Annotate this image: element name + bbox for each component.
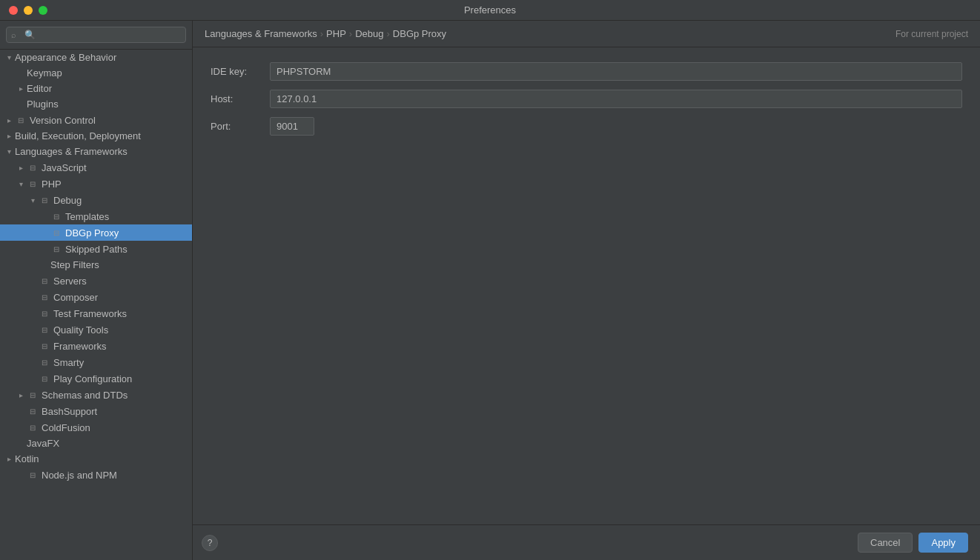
breadcrumb: Languages & Frameworks › PHP › Debug › D… <box>193 21 980 47</box>
sidebar-item-javascript[interactable]: ▸⊟JavaScript <box>0 159 192 176</box>
sidebar-item-plugins[interactable]: Plugins <box>0 96 192 112</box>
sidebar-item-servers[interactable]: ⊟Servers <box>0 273 192 289</box>
breadcrumb-sep-2: › <box>386 28 389 39</box>
host-label: Host: <box>211 93 270 104</box>
help-button[interactable]: ? <box>202 535 218 551</box>
tree-item-icon: ⊟ <box>27 389 39 401</box>
maximize-button[interactable] <box>39 6 47 15</box>
cancel-button[interactable]: Cancel <box>858 533 913 553</box>
sidebar-item-label: PHP <box>42 179 192 190</box>
sidebar-item-composer[interactable]: ⊟Composer <box>0 289 192 305</box>
sidebar-item-label: Keymap <box>27 67 192 79</box>
tree-arrow: ▸ <box>3 455 15 463</box>
bottom-bar: ? Cancel Apply <box>193 524 980 560</box>
sidebar-item-label: Servers <box>53 276 192 287</box>
search-input[interactable] <box>6 27 186 43</box>
minimize-button[interactable] <box>24 6 33 15</box>
tree: ▾Appearance & BehaviorKeymap▸EditorPlugi… <box>0 50 192 560</box>
sidebar-item-kotlin[interactable]: ▸Kotlin <box>0 451 192 467</box>
tree-item-icon: ⊟ <box>39 194 50 206</box>
sidebar-item-label: Editor <box>27 83 192 94</box>
tree-item-icon: ⊟ <box>27 469 39 481</box>
tree-arrow: ▸ <box>15 84 27 93</box>
sidebar-item-debug[interactable]: ▾⊟Debug <box>0 192 192 208</box>
tree-item-icon: ⊟ <box>39 291 50 303</box>
sidebar-item-build-execution-deployment[interactable]: ▸Build, Execution, Deployment <box>0 128 192 144</box>
host-input[interactable] <box>270 90 962 108</box>
sidebar-item-frameworks[interactable]: ⊟Frameworks <box>0 338 192 354</box>
sidebar-item-label: Step Filters <box>50 259 192 270</box>
sidebar-item-javafx[interactable]: JavaFX <box>0 436 192 451</box>
sidebar-item-label: Smarty <box>53 357 192 368</box>
sidebar-item-label: Appearance & Behavior <box>15 52 192 63</box>
sidebar-item-templates[interactable]: ⊟Templates <box>0 208 192 224</box>
sidebar-item-skipped-paths[interactable]: ⊟Skipped Paths <box>0 241 192 257</box>
sidebar-item-label: Templates <box>65 211 192 222</box>
sidebar-item-play-configuration[interactable]: ⊟Play Configuration <box>0 370 192 387</box>
sidebar-item-smarty[interactable]: ⊟Smarty <box>0 354 192 370</box>
sidebar-item-label: BashSupport <box>42 406 192 417</box>
apply-button[interactable]: Apply <box>918 533 968 553</box>
sidebar: ⌕ ▾Appearance & BehaviorKeymap▸EditorPlu… <box>0 21 193 560</box>
ide-key-input[interactable] <box>270 62 962 81</box>
sidebar-item-label: JavaScript <box>42 162 192 173</box>
tree-item-icon: ⊟ <box>27 178 39 190</box>
tree-item-icon: ⊟ <box>27 405 39 417</box>
port-input[interactable] <box>270 117 314 136</box>
tree-item-icon: ⊟ <box>39 324 50 336</box>
sidebar-item-label: Schemas and DTDs <box>42 390 192 401</box>
breadcrumb-sep-1: › <box>349 28 352 39</box>
breadcrumb-sep-0: › <box>320 28 323 39</box>
breadcrumb-project: For current project <box>895 29 968 39</box>
sidebar-item-dbgp-proxy[interactable]: ⊟DBGp Proxy <box>0 224 192 241</box>
breadcrumb-part-0: Languages & Frameworks <box>205 28 317 39</box>
sidebar-item-label: Play Configuration <box>53 373 192 384</box>
search-icon: ⌕ <box>11 30 16 39</box>
sidebar-item-version-control[interactable]: ▸⊟Version Control <box>0 112 192 128</box>
sidebar-item-nodejs-npm[interactable]: ⊟Node.js and NPM <box>0 467 192 483</box>
sidebar-item-php[interactable]: ▾⊟PHP <box>0 176 192 192</box>
tree-arrow: ▸ <box>15 164 27 172</box>
breadcrumb-part-1: PHP <box>326 28 346 39</box>
sidebar-item-bashsupport[interactable]: ⊟BashSupport <box>0 403 192 419</box>
sidebar-item-label: Frameworks <box>53 341 192 352</box>
sidebar-item-label: Composer <box>53 292 192 303</box>
tree-item-icon: ⊟ <box>50 227 62 239</box>
sidebar-item-label: Version Control <box>30 115 192 126</box>
sidebar-item-coldfusion[interactable]: ⊟ColdFusion <box>0 419 192 436</box>
search-container: ⌕ <box>0 21 192 50</box>
sidebar-item-label: Plugins <box>27 99 192 110</box>
sidebar-item-quality-tools[interactable]: ⊟Quality Tools <box>0 321 192 338</box>
tree-arrow: ▸ <box>3 132 15 140</box>
sidebar-item-label: JavaFX <box>27 438 192 449</box>
tree-item-icon: ⊟ <box>27 421 39 433</box>
sidebar-item-label: ColdFusion <box>42 422 192 433</box>
port-label: Port: <box>211 121 270 132</box>
tree-item-icon: ⊟ <box>39 373 50 384</box>
tree-arrow: ▾ <box>27 196 39 204</box>
sidebar-item-label: Kotlin <box>15 453 192 464</box>
sidebar-item-keymap[interactable]: Keymap <box>0 65 192 81</box>
close-button[interactable] <box>9 6 18 15</box>
breadcrumb-part-3: DBGp Proxy <box>393 28 446 39</box>
sidebar-item-languages-frameworks[interactable]: ▾Languages & Frameworks <box>0 144 192 159</box>
tree-arrow: ▾ <box>3 53 15 61</box>
content-body: IDE key: Host: Port: <box>193 47 980 524</box>
tree-item-icon: ⊟ <box>50 243 62 255</box>
tree-item-icon: ⊟ <box>15 114 27 126</box>
window-controls <box>9 6 47 15</box>
sidebar-item-step-filters[interactable]: Step Filters <box>0 257 192 273</box>
ide-key-label: IDE key: <box>211 66 270 77</box>
sidebar-item-schemas-dtds[interactable]: ▸⊟Schemas and DTDs <box>0 387 192 403</box>
tree-item-icon: ⊟ <box>39 275 50 287</box>
sidebar-item-editor[interactable]: ▸Editor <box>0 81 192 96</box>
form-row-port: Port: <box>211 117 962 136</box>
tree-arrow: ▾ <box>15 180 27 188</box>
sidebar-item-label: Languages & Frameworks <box>15 146 192 157</box>
sidebar-item-label: Node.js and NPM <box>42 470 192 481</box>
breadcrumb-part-2: Debug <box>355 28 383 39</box>
tree-item-icon: ⊟ <box>39 307 50 319</box>
sidebar-item-label: Quality Tools <box>53 324 192 336</box>
sidebar-item-appearance-behavior[interactable]: ▾Appearance & Behavior <box>0 50 192 65</box>
sidebar-item-test-frameworks[interactable]: ⊟Test Frameworks <box>0 305 192 321</box>
